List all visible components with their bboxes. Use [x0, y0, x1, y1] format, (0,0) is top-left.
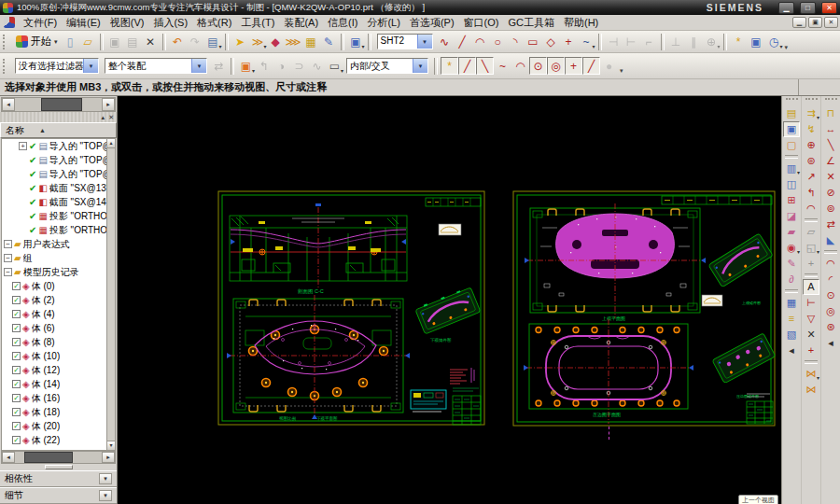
snap-settings-icon[interactable]: *	[730, 33, 748, 50]
projected-view-icon[interactable]: ◫	[783, 176, 800, 192]
dropdown-arrow-icon[interactable]: ▾	[817, 114, 819, 120]
arrow-curve-icon[interactable]: ◠	[803, 201, 819, 217]
tree-item[interactable]: ✓◈体 (6)	[2, 321, 115, 335]
mdi-restore-button[interactable]: ▣	[808, 17, 822, 28]
sheet-setup-icon[interactable]: ▢	[783, 137, 800, 153]
datum-target-icon[interactable]: ⊕	[803, 137, 819, 153]
minimize-button[interactable]: ▁	[778, 2, 794, 14]
window-display-icon[interactable]: ▣▾	[347, 33, 365, 50]
menu-item[interactable]: 编辑(E)	[62, 16, 105, 30]
sheet2-bottom-view[interactable]	[524, 319, 693, 424]
weld-symbol-icon[interactable]: ⋈	[803, 382, 819, 398]
tree-item[interactable]: +✔▤导入的 "TOP@	[2, 139, 115, 153]
new-sheet-icon[interactable]: ▤	[783, 105, 800, 121]
collapse-icon[interactable]: −	[4, 254, 12, 262]
angular-dim-icon[interactable]: ∠	[822, 153, 839, 169]
panel-splitter[interactable]	[0, 464, 117, 470]
menu-item[interactable]: 插入(S)	[148, 16, 192, 30]
checkbox-checked[interactable]: ✓	[12, 380, 21, 388]
swap-arrows-icon[interactable]: ⋙	[285, 33, 302, 50]
toolbar-grip[interactable]	[3, 35, 9, 49]
expand-icon[interactable]: +	[19, 142, 27, 150]
rect-select-icon[interactable]: ▭▾	[326, 57, 343, 75]
tree-item[interactable]: ✔▤导入的 "TOP@	[2, 167, 115, 181]
bent-leader-icon[interactable]: ↰	[803, 185, 819, 201]
checkbox-checked[interactable]: ✓	[12, 436, 21, 444]
snap-center-icon[interactable]: ⊙	[529, 57, 547, 75]
point-icon[interactable]: +	[560, 33, 578, 50]
image-insert-icon[interactable]: ▦	[783, 295, 800, 311]
details-panel-header[interactable]: 细节 ▾	[0, 487, 117, 504]
dropdown-arrow-icon[interactable]: ▾	[780, 43, 783, 49]
scroll-left-icon[interactable]: ◂	[2, 98, 15, 111]
toolbar-grip[interactable]	[786, 98, 798, 104]
menu-item[interactable]: 窗口(O)	[459, 16, 504, 30]
hole-callout-icon[interactable]: ⊛	[822, 319, 839, 335]
cylinder-dim-icon[interactable]: ⊘	[822, 185, 839, 201]
datum-feature-icon[interactable]: ⊢	[803, 295, 819, 311]
section-view-icon[interactable]: ◪	[783, 208, 800, 224]
chamfer-dim-icon[interactable]: ◣	[822, 232, 839, 248]
tree-item[interactable]: ✓◈体 (16)	[2, 391, 115, 405]
visualize-icon[interactable]: ≫▾	[249, 33, 267, 50]
dropdown-arrow-icon[interactable]: ▾	[593, 43, 595, 49]
tree-item[interactable]: ✓◈体 (12)	[2, 363, 115, 377]
scroll-down-icon[interactable]: ▾	[107, 441, 115, 450]
panel-close-icon[interactable]: ✕	[108, 114, 114, 120]
note-icon[interactable]: A	[803, 279, 819, 295]
annotation-edit-icon[interactable]: ✎	[783, 256, 800, 272]
chevron-down-icon[interactable]: ▾	[99, 473, 112, 484]
surface-finish-icon[interactable]: ▽	[803, 311, 819, 327]
sheet1-plan-view[interactable]	[227, 295, 410, 419]
cross-dim-icon[interactable]: ✕	[822, 169, 839, 185]
hole-dim-icon[interactable]: ⊚	[822, 201, 839, 217]
scroll-left-icon[interactable]: ◂	[2, 452, 15, 463]
polygon-icon[interactable]: ◇	[542, 33, 560, 50]
tree-item[interactable]: ✓◈体 (20)	[2, 419, 115, 433]
balloon-icon[interactable]: ⊚	[803, 153, 819, 169]
tree-item[interactable]: ✔▦投影 "ORTHO	[2, 223, 115, 237]
collapse-icon[interactable]: −	[4, 240, 12, 248]
line-icon[interactable]: ╱	[454, 33, 471, 50]
tree-item[interactable]: −▰模型历史记录	[2, 265, 115, 279]
snap-arc-icon[interactable]: ◠	[511, 57, 529, 75]
navigator-top-scrollbar[interactable]: ◂ ▸	[1, 97, 116, 112]
delete-annotation-icon[interactable]: ✕	[803, 327, 819, 343]
dropdown-arrow-icon[interactable]: ▾	[219, 43, 222, 49]
grid-point-icon[interactable]: +	[803, 256, 819, 272]
sheet2-top-view[interactable]	[525, 203, 706, 318]
dependencies-panel-header[interactable]: 相依性 ▾	[0, 470, 117, 487]
checkbox-checked[interactable]: ✓	[12, 310, 21, 318]
sheet2-iso-top-view[interactable]	[708, 233, 773, 287]
clipboard-view-icon[interactable]: ▤▾	[204, 33, 222, 50]
linear-dim-icon[interactable]: ↔	[822, 121, 839, 137]
scrollbar-thumb[interactable]	[41, 98, 82, 111]
menu-item[interactable]: GC工具箱	[503, 16, 559, 30]
dropdown-arrow-icon[interactable]: ▾	[797, 169, 800, 175]
sheet1-section-view[interactable]	[230, 203, 407, 288]
selection-filter-combo[interactable]: 没有选择过滤器▼	[15, 58, 99, 74]
menu-item[interactable]: 分析(L)	[362, 16, 404, 30]
menu-item[interactable]: 格式(R)	[192, 16, 236, 30]
snap-existing-point-icon[interactable]: ╱	[582, 57, 600, 75]
chevron-down-icon[interactable]: ▾	[99, 490, 112, 501]
toolbar-grip[interactable]	[3, 59, 9, 74]
panel-pin-icon[interactable]: ▴	[102, 114, 105, 120]
graphics-window[interactable]: 剖面图 C-C	[118, 96, 782, 504]
sketch-preferences-icon[interactable]: ▣	[748, 33, 765, 50]
checkbox-checked[interactable]: ✓	[12, 296, 21, 304]
spline-icon[interactable]: ~▾	[578, 33, 595, 50]
base-view-icon[interactable]: ▥▾	[783, 161, 800, 176]
snap-point-on-curve-icon[interactable]: ~	[494, 57, 511, 75]
checkbox-checked[interactable]: ✓	[12, 338, 21, 346]
leader-icon[interactable]: ↗	[803, 169, 819, 185]
maximize-button[interactable]: □	[800, 2, 816, 14]
style-arrows-icon[interactable]: ⇉▾	[803, 105, 819, 121]
padlock-icon[interactable]: ⊓	[822, 105, 839, 121]
sheet2-iso-bottom-view[interactable]	[712, 333, 776, 384]
open-icon[interactable]: ▱	[79, 33, 97, 50]
loop-select-icon[interactable]: ∂	[783, 272, 800, 287]
dropdown-arrow-icon[interactable]: ▾	[362, 43, 365, 49]
tree-item[interactable]: ✓◈体 (2)	[2, 293, 115, 307]
snap-enable-icon[interactable]: *	[441, 57, 458, 75]
